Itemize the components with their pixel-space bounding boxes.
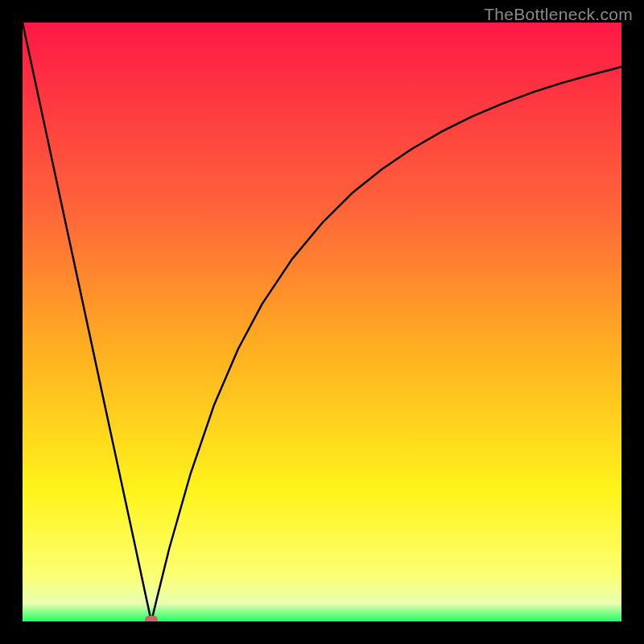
optimum-marker — [145, 616, 158, 621]
plot-background — [23, 23, 621, 621]
watermark-text: TheBottleneck.com — [484, 5, 633, 24]
chart-plot — [23, 23, 621, 621]
chart-frame: TheBottleneck.com — [0, 0, 644, 644]
svg-rect-0 — [145, 616, 158, 621]
